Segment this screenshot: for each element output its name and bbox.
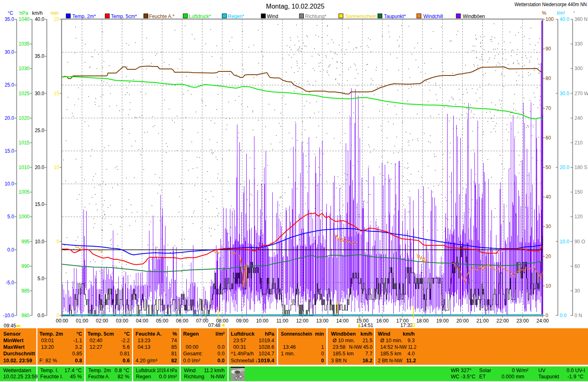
svg-text:10.0: 10.0: [35, 239, 45, 245]
svg-text:UV: UV: [538, 368, 546, 373]
svg-text:0: 0: [321, 358, 324, 364]
svg-text:0.0: 0.0: [218, 344, 225, 350]
svg-text:Wetterstation Niedersorpe 440m: Wetterstation Niedersorpe 440m NN: [514, 2, 587, 7]
svg-text:330: 330: [574, 41, 583, 47]
svg-text:0.6: 0.6: [123, 358, 130, 364]
svg-text:11:00: 11:00: [276, 318, 288, 324]
svg-text:240: 240: [574, 115, 583, 121]
svg-text:Sensor: Sensor: [3, 331, 21, 337]
svg-text:1025: 1025: [18, 91, 30, 96]
svg-text:10.0: 10.0: [560, 239, 570, 245]
svg-text:hPa: hPa: [265, 331, 275, 337]
svg-text:21:00: 21:00: [476, 318, 489, 324]
svg-text:15.0: 15.0: [5, 148, 14, 154]
svg-text:60: 60: [546, 135, 551, 141]
svg-text:04:13: 04:13: [138, 344, 150, 350]
svg-text:0 N: 0 N: [574, 313, 582, 318]
svg-text:10.02. 23:59: 10.02. 23:59: [3, 358, 32, 364]
svg-text:1020: 1020: [18, 115, 30, 121]
svg-text:0.85: 0.85: [72, 351, 82, 357]
svg-text:20.0: 20.0: [560, 165, 570, 170]
svg-text:-1.1: -1.1: [73, 338, 82, 343]
svg-text:35.0: 35.0: [35, 53, 45, 59]
svg-text:23:57: 23:57: [233, 338, 246, 343]
svg-text:0.0: 0.0: [218, 358, 225, 364]
svg-text:18:00: 18:00: [416, 318, 429, 324]
svg-text:13:46: 13:46: [283, 344, 296, 350]
svg-text:l/m²: l/m²: [216, 331, 225, 337]
svg-text:Windchill: Windchill: [423, 14, 443, 19]
svg-text:70: 70: [546, 105, 551, 111]
svg-text:km/h: km/h: [361, 331, 372, 337]
svg-text:90: 90: [546, 46, 551, 52]
svg-text:4.20 g/m³: 4.20 g/m³: [136, 358, 157, 364]
svg-text:03:00: 03:00: [116, 318, 128, 324]
svg-text:Temp. 5cm*: Temp. 5cm*: [111, 14, 137, 19]
svg-text:Regen: Regen: [183, 331, 199, 337]
svg-text:13:00: 13:00: [316, 318, 328, 324]
svg-text:1035: 1035: [18, 41, 30, 47]
svg-text:0 W/m²: 0 W/m²: [512, 368, 528, 373]
svg-text:10:00: 10:00: [256, 318, 269, 324]
svg-text:Regen*: Regen*: [228, 14, 244, 19]
svg-text:90 O: 90 O: [574, 239, 585, 245]
svg-text:09:00: 09:00: [236, 318, 248, 324]
svg-text:Windböen: Windböen: [463, 14, 485, 19]
svg-text:20:00: 20:00: [456, 318, 469, 324]
svg-text:02:00: 02:00: [96, 318, 108, 324]
svg-text:22:00: 22:00: [496, 318, 509, 324]
svg-text:l/m²: l/m²: [557, 10, 565, 16]
svg-text:Sonnenschein: Sonnenschein: [345, 14, 377, 19]
svg-text:0.81: 0.81: [120, 351, 130, 357]
svg-text:23:58: 23:58: [333, 344, 345, 350]
svg-text:30.0: 30.0: [35, 91, 45, 96]
svg-text:Temp. 2m*: Temp. 2m*: [72, 14, 96, 19]
svg-text:210: 210: [574, 140, 583, 146]
svg-text:00:00: 00:00: [56, 318, 68, 324]
svg-text:07:00: 07:00: [196, 318, 208, 324]
svg-text:Schneefall: Schneefall: [231, 358, 254, 364]
svg-text:0.8: 0.8: [75, 358, 82, 364]
svg-text:ET: ET: [479, 374, 486, 380]
svg-text:Gesamt:: Gesamt:: [183, 351, 202, 357]
svg-text:°C: °C: [8, 10, 14, 16]
svg-text:0.0: 0.0: [7, 247, 14, 253]
svg-text:Wind: Wind: [184, 368, 196, 373]
svg-text:15.0: 15.0: [35, 201, 45, 207]
svg-text:1015: 1015: [18, 140, 30, 146]
svg-text:Richtung*: Richtung*: [305, 14, 326, 19]
svg-text:°C: °C: [76, 331, 82, 337]
svg-text:F: 82 %: F: 82 %: [39, 358, 57, 364]
svg-text:74: 74: [171, 338, 177, 343]
svg-text:185.5 km: 185.5 km: [333, 351, 354, 357]
svg-text:980: 980: [21, 313, 30, 318]
svg-text:WR 327°: WR 327°: [451, 368, 471, 373]
svg-text:^1.4hPa/h: ^1.4hPa/h: [231, 351, 254, 357]
svg-text:Luftdruck*: Luftdruck*: [189, 14, 211, 19]
svg-text:16:00: 16:00: [376, 318, 388, 324]
svg-text:1019.4 hPa: 1019.4 hPa: [157, 368, 177, 373]
svg-text:Regen: Regen: [136, 374, 151, 380]
svg-text:Montag, 10.02.2025: Montag, 10.02.2025: [266, 3, 324, 10]
svg-text:-5.0: -5.0: [6, 280, 14, 286]
svg-text:Sonnenschein: Sonnenschein: [281, 331, 312, 337]
svg-text:3.2: 3.2: [75, 344, 82, 350]
svg-text:13:23: 13:23: [138, 338, 150, 343]
svg-text:20.0: 20.0: [35, 165, 45, 170]
svg-text:14:00: 14:00: [336, 318, 349, 324]
svg-text:17:33: 17:33: [400, 323, 413, 328]
svg-text:00:00: 00:00: [186, 344, 198, 350]
svg-text:9.3: 9.3: [408, 338, 415, 343]
svg-text:12:00: 12:00: [296, 318, 308, 324]
svg-text:10: 10: [54, 165, 60, 170]
svg-text:15: 15: [54, 91, 60, 96]
svg-text:min: min: [51, 10, 58, 16]
svg-text:0.0 l/m²: 0.0 l/m²: [159, 374, 177, 380]
svg-text:hPa: hPa: [19, 10, 28, 16]
svg-text:1: 1: [321, 344, 324, 350]
svg-text:0: 0: [57, 313, 60, 318]
svg-text:45 %: 45 %: [70, 374, 82, 380]
svg-text:Temp. 2m: Temp. 2m: [39, 331, 63, 337]
svg-text:km/h: km/h: [32, 10, 43, 16]
svg-text:14:51: 14:51: [361, 323, 373, 328]
